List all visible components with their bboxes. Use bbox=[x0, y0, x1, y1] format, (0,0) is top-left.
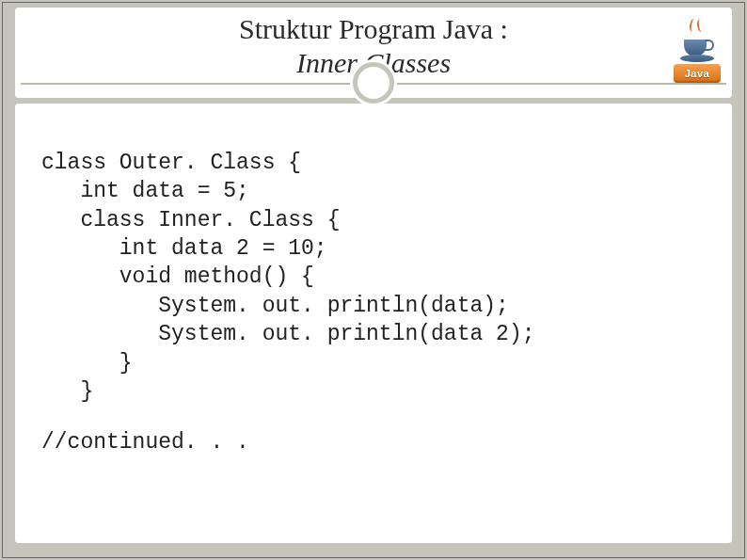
code-line: System. out. println(data); bbox=[41, 294, 509, 318]
code-line: void method() { bbox=[41, 264, 314, 289]
code-line: System. out. println(data 2); bbox=[41, 322, 535, 346]
code-line: int data 2 = 10; bbox=[41, 236, 327, 261]
code-line: } bbox=[41, 379, 93, 404]
code-line: } bbox=[41, 351, 133, 376]
logo-text: Java bbox=[685, 68, 709, 79]
code-line: class Outer. Class { bbox=[41, 151, 301, 175]
code-line: int data = 5; bbox=[41, 179, 249, 203]
cup-handle-icon bbox=[705, 40, 714, 51]
code-block: class Outer. Class { int data = 5; class… bbox=[41, 149, 706, 406]
java-logo: Java bbox=[670, 9, 724, 83]
logo-plate: Java bbox=[674, 64, 721, 83]
slide-title: Struktur Program Java : bbox=[15, 13, 732, 45]
content-panel: class Outer. Class { int data = 5; class… bbox=[15, 104, 732, 543]
steam-icon bbox=[688, 19, 707, 34]
circle-decoration bbox=[353, 62, 394, 104]
saucer-icon bbox=[680, 55, 714, 62]
coffee-cup-icon bbox=[680, 24, 714, 62]
continued-comment: //continued. . . bbox=[41, 430, 706, 455]
code-line: class Inner. Class { bbox=[41, 208, 340, 232]
